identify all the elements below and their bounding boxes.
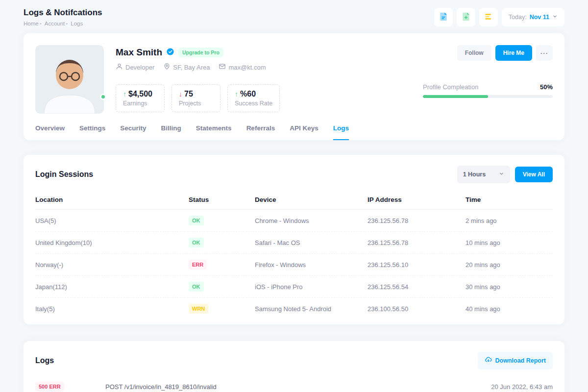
table-row: Italy(5) WRN Samsung Noted 5- Android 23…	[35, 298, 553, 319]
stat-box: 75 Projects	[172, 84, 220, 112]
tab[interactable]: Referrals	[246, 124, 275, 140]
download-report-button[interactable]: Download Report	[478, 352, 553, 369]
stat-value: 75	[184, 90, 193, 98]
chevron-down-icon	[499, 171, 504, 178]
profile-email[interactable]: max@kt.com	[219, 63, 266, 72]
cell-time: 10 mins ago	[466, 239, 553, 246]
profile-location[interactable]: SF, Bay Area	[163, 63, 210, 72]
login-sessions-card: Login Sessions 1 Hours View All Location…	[24, 155, 564, 324]
progress-fill	[423, 95, 488, 98]
page-title: Logs & Notifcations	[24, 8, 102, 18]
tab[interactable]: Settings	[79, 124, 105, 140]
logs-title: Logs	[35, 356, 54, 365]
table-row: USA(5) OK Chrome - Windows 236.125.56.78…	[35, 210, 553, 232]
table-row: Japan(112) OK iOS - iPhone Pro 236.125.5…	[35, 276, 553, 298]
file-lines-icon	[439, 12, 448, 23]
hours-filter-value: 1 Hours	[463, 171, 486, 178]
cell-location: Norway(-)	[35, 261, 189, 269]
cell-ip-address: 236.125.56.78	[368, 217, 466, 224]
topbar-right: Today: Nov 11	[434, 8, 564, 26]
status-badge: OK	[189, 216, 204, 225]
cell-location: Japan(112)	[35, 283, 189, 291]
profile-role[interactable]: Developer	[116, 63, 154, 72]
profile-info: Max Smith Upgrade to Pro Developer SF, B…	[116, 45, 416, 114]
cell-device: Chrome - Windows	[255, 217, 368, 224]
file-plus-button[interactable]	[457, 8, 475, 26]
upgrade-to-pro-badge[interactable]: Upgrade to Pro	[178, 48, 223, 57]
cell-ip-address: 236.125.56.78	[368, 239, 466, 246]
column-header: Location	[35, 196, 189, 203]
map-pin-icon	[163, 63, 171, 72]
breadcrumb-item[interactable]: Logs	[71, 21, 83, 26]
person-icon	[116, 63, 123, 72]
stat-box: $4,500 Earnings	[116, 84, 165, 112]
cell-device: Firefox - Windows	[255, 261, 368, 269]
view-all-button[interactable]: View All	[515, 167, 553, 182]
stat-label: Earnings	[123, 100, 157, 107]
completion-percent: 50%	[540, 83, 553, 91]
trend-arrow-icon	[235, 90, 238, 98]
table-row: Norway(-) ERR Firefox - Windows 236.125.…	[35, 254, 553, 276]
log-row: 500 ERR POST /v1/invoice/in_4819_8610/in…	[35, 376, 553, 392]
tab[interactable]: Billing	[161, 124, 181, 140]
profile-email-label: max@kt.com	[228, 64, 266, 71]
tab[interactable]: Logs	[333, 124, 349, 140]
breadcrumb-item[interactable]: Account	[45, 21, 71, 26]
sessions-table: LocationStatusDeviceIP AddressTime USA(5…	[24, 190, 564, 319]
list-lines-icon	[484, 12, 493, 23]
cell-device: iOS - iPhone Pro	[255, 283, 368, 291]
profile-location-label: SF, Bay Area	[173, 64, 210, 71]
tab[interactable]: Overview	[35, 124, 65, 140]
verified-check-icon	[166, 48, 174, 58]
sessions-title: Login Sessions	[35, 170, 93, 179]
cell-device: Samsung Noted 5- Android	[255, 305, 368, 313]
cloud-download-icon	[485, 356, 492, 365]
file-lines-button[interactable]	[434, 8, 453, 26]
mail-icon	[219, 63, 226, 72]
date-picker-button[interactable]: Today: Nov 11	[502, 8, 564, 26]
column-header: Time	[466, 196, 553, 203]
column-header: Device	[255, 196, 368, 203]
follow-button[interactable]: Follow	[457, 45, 491, 61]
sessions-table-body: USA(5) OK Chrome - Windows 236.125.56.78…	[35, 210, 553, 319]
date-picker-value: Nov 11	[530, 14, 549, 21]
cell-ip-address: 236.125.56.10	[368, 261, 466, 269]
cell-ip-address: 236.100.56.50	[368, 305, 466, 313]
tab[interactable]: Statements	[196, 124, 232, 140]
column-header: IP Address	[368, 196, 466, 203]
list-lines-button[interactable]	[479, 8, 498, 26]
cell-time: 30 mins ago	[466, 283, 553, 291]
status-badge: OK	[189, 238, 204, 247]
trend-arrow-icon	[179, 90, 182, 98]
hours-filter-select[interactable]: 1 Hours	[457, 166, 510, 183]
stat-box: %60 Success Rate	[227, 84, 280, 112]
logs-card: Logs Download Report 500 ERR POST /v1/in…	[24, 341, 564, 392]
hire-me-button[interactable]: Hire Me	[495, 45, 532, 61]
topbar: Logs & Notifcations HomeAccountLogs Toda…	[0, 0, 588, 33]
profile-name: Max Smith	[116, 47, 162, 58]
log-message: POST /v1/invoice/in_4819_8610/invalid	[105, 383, 491, 391]
log-date: 20 Jun 2022, 6:43 am	[491, 383, 553, 391]
table-row: United Kingdom(10) OK Safari - Mac OS 23…	[35, 232, 553, 254]
profile-role-label: Developer	[125, 64, 154, 71]
profile-tabs: OverviewSettingsSecurityBillingStatement…	[35, 124, 553, 140]
completion-label: Profile Compleation	[423, 83, 478, 91]
tab[interactable]: Security	[120, 124, 146, 140]
breadcrumb: HomeAccountLogs	[24, 21, 102, 26]
log-code-badge: 500 ERR	[35, 382, 64, 392]
trend-arrow-icon	[123, 90, 126, 98]
breadcrumb-item[interactable]: Home	[24, 21, 45, 26]
cell-location: Italy(5)	[35, 305, 189, 313]
profile-right: Follow Hire Me ··· Profile Compleation 5…	[416, 45, 553, 114]
cell-location: United Kingdom(10)	[35, 239, 189, 246]
profile-completion: Profile Compleation 50%	[423, 83, 553, 98]
progress-bar	[423, 95, 553, 98]
chevron-down-icon	[552, 14, 558, 21]
column-header: Status	[189, 196, 255, 203]
cell-time: 20 mins ago	[466, 261, 553, 269]
tab[interactable]: API Keys	[290, 124, 318, 140]
stat-value: $4,500	[128, 90, 152, 98]
logs-table: 500 ERR POST /v1/invoice/in_4819_8610/in…	[24, 376, 564, 392]
status-badge: OK	[189, 282, 204, 292]
more-options-button[interactable]: ···	[536, 45, 553, 61]
